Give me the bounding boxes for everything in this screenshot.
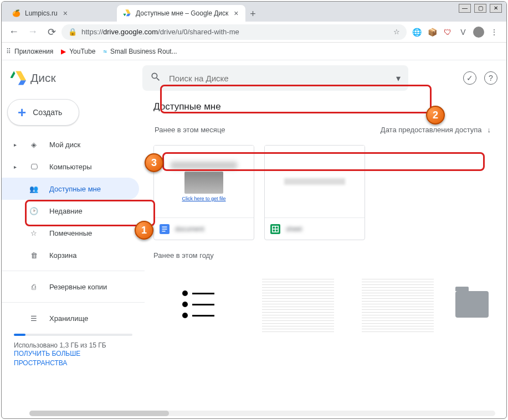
sidebar-item-storage[interactable]: ☰ Хранилище <box>2 307 139 329</box>
svg-rect-1 <box>162 226 167 227</box>
omnibox[interactable]: 🔒 https://drive.google.com/drive/u/0/sha… <box>61 24 407 40</box>
tab-strip: 🍊 Lumpics.ru × Доступные мне – Google Ди… <box>2 2 506 22</box>
nav-reload-button[interactable]: ⟳ <box>43 23 60 41</box>
starred-icon: ☆ <box>28 229 39 237</box>
sidebar-item-label: Помеченные <box>49 229 92 237</box>
bookmark-youtube[interactable]: ▶ YouTube <box>61 48 95 55</box>
sidebar-item-backups[interactable]: ⎙ Резервные копии <box>2 276 139 298</box>
shared-icon: 👥 <box>28 185 39 193</box>
storage-upgrade-link[interactable]: ПОЛУЧИТЬ БОЛЬШЕ ПРОСТРАНСТВА <box>14 349 132 368</box>
extension-v-icon[interactable]: V <box>458 27 469 38</box>
search-input[interactable] <box>169 74 388 83</box>
sidebar-separator <box>2 302 145 303</box>
browser-tab-lumpics[interactable]: 🍊 Lumpics.ru × <box>6 5 117 22</box>
apps-grid-icon: ⠿ <box>6 48 11 55</box>
window-maximize-button[interactable]: ▢ <box>474 4 486 13</box>
sidebar-item-shared[interactable]: 👥 Доступные мне <box>2 178 139 200</box>
plus-icon: + <box>18 104 26 121</box>
storage-icon: ☰ <box>28 314 39 323</box>
sidebar-item-label: Доступные мне <box>49 185 101 193</box>
content-area: Доступные мне Ранее в этом месяце Дата п… <box>145 96 506 418</box>
search-box[interactable]: ▾ <box>142 65 408 91</box>
sidebar-item-trash[interactable]: 🗑 Корзина <box>2 244 139 266</box>
search-dropdown-icon[interactable]: ▾ <box>396 73 401 84</box>
sidebar-item-label: Резервные копии <box>49 283 107 291</box>
drive-logo-icon <box>11 70 26 86</box>
mydrive-icon: ◈ <box>28 141 39 149</box>
file-name: sheet <box>286 225 302 233</box>
url-text: https://drive.google.com/drive/u/0/share… <box>81 28 239 36</box>
window-close-button[interactable]: ✕ <box>490 4 502 13</box>
backups-icon: ⎙ <box>28 283 39 291</box>
file-preview <box>362 277 434 332</box>
sidebar-item-label: Мой диск <box>49 141 80 149</box>
google-sheet-icon <box>270 224 280 234</box>
youtube-icon: ▶ <box>61 48 66 55</box>
extension-globe-icon[interactable]: 🌐 <box>411 27 422 38</box>
sidebar-item-computers[interactable]: ▸ 🖵 Компьютеры <box>2 155 139 178</box>
file-name: document <box>175 225 204 233</box>
extension-shield-icon[interactable]: 🛡 <box>442 27 453 38</box>
nav-back-button[interactable]: ← <box>5 23 23 41</box>
window-minimize-button[interactable]: — <box>459 4 471 13</box>
shared-folder-icon <box>455 291 489 318</box>
create-label: Создать <box>33 108 62 117</box>
expand-arrow-icon[interactable]: ▸ <box>14 142 18 148</box>
file-preview <box>265 146 365 217</box>
storage-used-text: Использовано 1,3 ГБ из 15 ГБ <box>14 341 132 349</box>
drive-header: Диск ▾ ✓ ? <box>2 60 506 96</box>
file-card[interactable] <box>253 268 343 340</box>
section-header: Ранее в этом месяце Дата предоставления … <box>150 122 495 137</box>
sidebar-separator <box>2 271 145 271</box>
tab-close-icon[interactable]: × <box>62 8 69 19</box>
create-button[interactable]: + Создать <box>7 99 79 126</box>
bookmark-star-icon[interactable]: ☆ <box>393 28 400 36</box>
horizontal-scrollbar[interactable] <box>29 411 495 416</box>
sidebar-item-label: Компьютеры <box>49 163 92 171</box>
sidebar: + Создать ▸ ◈ Мой диск ▸ 🖵 Компьютеры 👥 … <box>2 96 145 418</box>
favicon-drive-icon <box>122 9 131 18</box>
computers-icon: 🖵 <box>28 163 39 171</box>
bookmark-sbr[interactable]: ≈ Small Business Rout... <box>103 48 177 55</box>
google-doc-icon <box>160 224 170 234</box>
sidebar-item-mydrive[interactable]: ▸ ◈ Мой диск <box>2 133 139 155</box>
file-card-folder[interactable] <box>453 268 492 340</box>
drive-logo-text: Диск <box>30 71 56 85</box>
new-tab-button[interactable]: + <box>245 6 261 22</box>
search-icon <box>150 71 161 85</box>
sort-button[interactable]: Дата предоставления доступа ↓ <box>381 126 491 134</box>
recent-icon: 🕑 <box>28 207 39 215</box>
tab-close-icon[interactable]: × <box>233 8 239 19</box>
storage-bar <box>14 334 132 336</box>
nav-forward-button[interactable]: → <box>24 23 42 41</box>
file-preview <box>262 277 334 332</box>
sidebar-item-recent[interactable]: 🕑 Недавние <box>2 200 139 222</box>
sidebar-item-starred[interactable]: ☆ Помеченные <box>2 222 139 244</box>
browser-menu-icon[interactable]: ⋮ <box>489 27 500 38</box>
svg-rect-2 <box>162 229 167 230</box>
ready-offline-icon[interactable]: ✓ <box>463 71 476 85</box>
file-preview <box>182 291 214 318</box>
sidebar-item-label: Корзина <box>49 251 77 260</box>
page-title: Доступные мне <box>150 96 495 122</box>
browser-tab-drive[interactable]: Доступные мне – Google Диск × <box>117 5 245 22</box>
help-icon[interactable]: ? <box>484 71 497 85</box>
drive-logo[interactable]: Диск <box>11 70 138 86</box>
file-card[interactable] <box>153 268 243 340</box>
tab-title: Доступные мне – Google Диск <box>136 9 228 17</box>
sbr-icon: ≈ <box>103 48 107 55</box>
file-card[interactable] <box>353 268 443 340</box>
extension-box-icon[interactable]: 📦 <box>427 27 438 38</box>
bookmark-apps[interactable]: ⠿ Приложения <box>6 48 53 55</box>
favicon-lumpics-icon: 🍊 <box>12 9 20 18</box>
file-card-doc[interactable]: Click here to get file document <box>153 145 254 240</box>
address-bar: ← → ⟳ 🔒 https://drive.google.com/drive/u… <box>2 22 506 43</box>
sidebar-item-label: Хранилище <box>49 314 88 323</box>
lock-icon: 🔒 <box>68 28 77 36</box>
avatar-icon[interactable] <box>473 27 484 38</box>
svg-rect-3 <box>162 231 166 232</box>
trash-icon: 🗑 <box>28 251 39 260</box>
expand-arrow-icon[interactable]: ▸ <box>14 164 18 170</box>
file-card-sheet[interactable]: sheet <box>264 145 365 240</box>
tab-title: Lumpics.ru <box>25 9 58 17</box>
